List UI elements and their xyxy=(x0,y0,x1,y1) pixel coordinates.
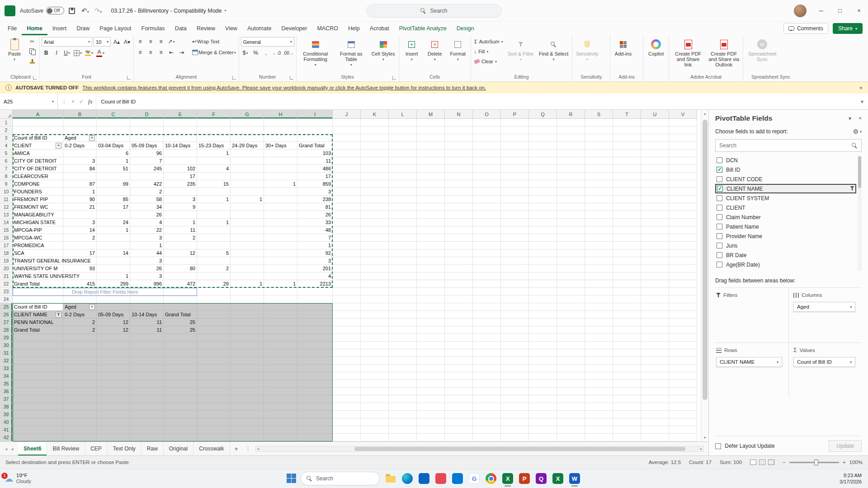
add-sheet-button[interactable]: + xyxy=(230,445,243,452)
confirm-entry-icon[interactable]: ✓ xyxy=(79,99,84,105)
cell-U15[interactable] xyxy=(641,226,669,234)
cell-F40[interactable] xyxy=(197,418,231,426)
cell-H15[interactable] xyxy=(264,226,297,234)
rows-area[interactable]: Rows CLIENT NAME▾ xyxy=(715,343,788,398)
cell-H20[interactable] xyxy=(264,265,297,272)
cell-Q30[interactable] xyxy=(529,342,557,349)
cell-R29[interactable] xyxy=(557,334,585,342)
cell-M24[interactable] xyxy=(417,296,445,303)
cell-O40[interactable] xyxy=(473,418,501,426)
cell-M12[interactable] xyxy=(417,203,445,211)
cell-T27[interactable] xyxy=(613,319,641,326)
cell-J14[interactable] xyxy=(333,219,361,226)
cell-F26[interactable] xyxy=(197,311,231,319)
cell-Q29[interactable] xyxy=(529,334,557,342)
cell-M5[interactable] xyxy=(417,150,445,157)
cell-E29[interactable] xyxy=(164,334,197,342)
cell-S9[interactable] xyxy=(585,180,613,188)
cell-P15[interactable] xyxy=(501,226,529,234)
cell-E12[interactable]: 9 xyxy=(164,203,197,211)
cell-O33[interactable] xyxy=(473,365,501,372)
cell-V13[interactable] xyxy=(669,211,697,219)
cell-U29[interactable] xyxy=(641,334,669,342)
cell-K26[interactable] xyxy=(361,311,389,319)
cell-U24[interactable] xyxy=(641,296,669,303)
cell-P38[interactable] xyxy=(501,403,529,411)
cell-C40[interactable] xyxy=(97,418,130,426)
cell-M8[interactable] xyxy=(417,173,445,180)
cell-I37[interactable] xyxy=(297,395,333,403)
ribbon-tab-file[interactable]: File xyxy=(3,22,22,35)
cell-N32[interactable] xyxy=(445,357,473,365)
cell-D42[interactable] xyxy=(130,434,164,441)
cell-U35[interactable] xyxy=(641,380,669,388)
cell-G16[interactable] xyxy=(231,234,264,242)
cell-M27[interactable] xyxy=(417,319,445,326)
find-select-button[interactable]: Find & Select ▾ xyxy=(537,37,570,63)
cell-Q20[interactable] xyxy=(529,265,557,272)
number-format-select[interactable]: General▾ xyxy=(241,37,294,47)
field-item-age-br-date-[interactable]: Age(BR Date) xyxy=(715,260,856,269)
cell-U6[interactable] xyxy=(641,157,669,165)
cell-M40[interactable] xyxy=(417,418,445,426)
cell-H9[interactable]: 1 xyxy=(264,180,297,188)
cell-M33[interactable] xyxy=(417,365,445,372)
cell-D15[interactable]: 22 xyxy=(130,226,164,234)
cell-R7[interactable] xyxy=(557,165,585,173)
cell-U25[interactable] xyxy=(641,303,669,311)
cell-V39[interactable] xyxy=(669,411,697,418)
cell-E20[interactable]: 80 xyxy=(164,265,197,272)
chrome-icon[interactable] xyxy=(484,472,498,485)
cell-Q32[interactable] xyxy=(529,357,557,365)
cell-C23[interactable] xyxy=(97,288,130,296)
cell-V35[interactable] xyxy=(669,380,697,388)
cell-V40[interactable] xyxy=(669,418,697,426)
field-checkbox[interactable] xyxy=(717,252,722,258)
cell-H39[interactable] xyxy=(264,411,297,418)
cell-N11[interactable] xyxy=(445,196,473,203)
cell-O37[interactable] xyxy=(473,395,501,403)
cell-D33[interactable] xyxy=(130,365,164,372)
close-button[interactable]: × xyxy=(854,7,863,14)
cell-V3[interactable] xyxy=(669,134,697,142)
cut-button[interactable]: ✂ xyxy=(27,37,38,46)
cell-A42[interactable] xyxy=(13,434,63,441)
cell-T39[interactable] xyxy=(613,411,641,418)
cell-O36[interactable] xyxy=(473,388,501,395)
cell-F9[interactable]: 15 xyxy=(197,180,231,188)
cell-I8[interactable]: 17 xyxy=(297,173,333,180)
row-header-23[interactable]: 23 xyxy=(0,288,13,296)
row-header-37[interactable]: 37 xyxy=(0,395,13,403)
create-pdf-share-outlook-button[interactable]: Create PDF and Share via Outlook xyxy=(707,37,741,69)
ribbon-tab-design[interactable]: Design xyxy=(452,22,479,35)
cell-U7[interactable] xyxy=(641,165,669,173)
cell-H31[interactable] xyxy=(264,349,297,357)
cell-V20[interactable] xyxy=(669,265,697,272)
cell-F17[interactable] xyxy=(197,242,231,249)
cell-A14[interactable]: MICHIGAN STATE xyxy=(13,219,63,226)
cell-N36[interactable] xyxy=(445,388,473,395)
cell-S29[interactable] xyxy=(585,334,613,342)
cell-V14[interactable] xyxy=(669,219,697,226)
cell-J23[interactable] xyxy=(333,288,361,296)
cell-P22[interactable] xyxy=(501,280,529,288)
cell-A21[interactable]: WAYNE STATE UNIVERSITY xyxy=(13,272,63,280)
cell-F31[interactable] xyxy=(197,349,231,357)
cell-V22[interactable] xyxy=(669,280,697,288)
cell-P20[interactable] xyxy=(501,265,529,272)
cell-T40[interactable] xyxy=(613,418,641,426)
cell-M31[interactable] xyxy=(417,349,445,357)
cell-J29[interactable] xyxy=(333,334,361,342)
cell-C29[interactable] xyxy=(97,334,130,342)
cell-I39[interactable] xyxy=(297,411,333,418)
cell-B32[interactable] xyxy=(63,357,97,365)
cell-Q23[interactable] xyxy=(529,288,557,296)
insert-cells-button[interactable]: + Insert ▾ xyxy=(401,37,423,63)
align-left-button[interactable]: ≡ xyxy=(136,48,145,57)
cell-O8[interactable] xyxy=(473,173,501,180)
cell-P8[interactable] xyxy=(501,173,529,180)
cell-I19[interactable]: 3 xyxy=(297,257,333,265)
row-header-34[interactable]: 34 xyxy=(0,372,13,380)
cell-H34[interactable] xyxy=(264,372,297,380)
cell-F13[interactable] xyxy=(197,211,231,219)
